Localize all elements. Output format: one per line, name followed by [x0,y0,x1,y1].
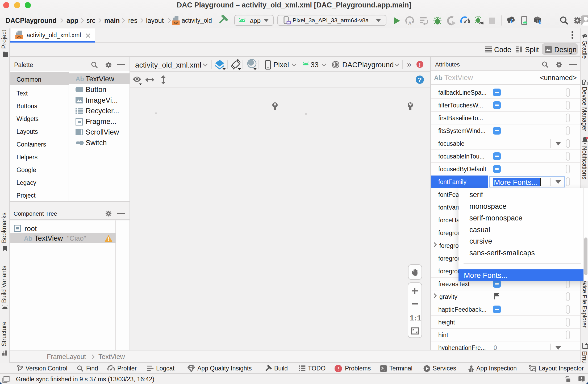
svg-text:<>: <> [173,20,178,25]
svg-text:<>: <> [17,35,22,39]
svg-text:A: A [408,21,412,26]
